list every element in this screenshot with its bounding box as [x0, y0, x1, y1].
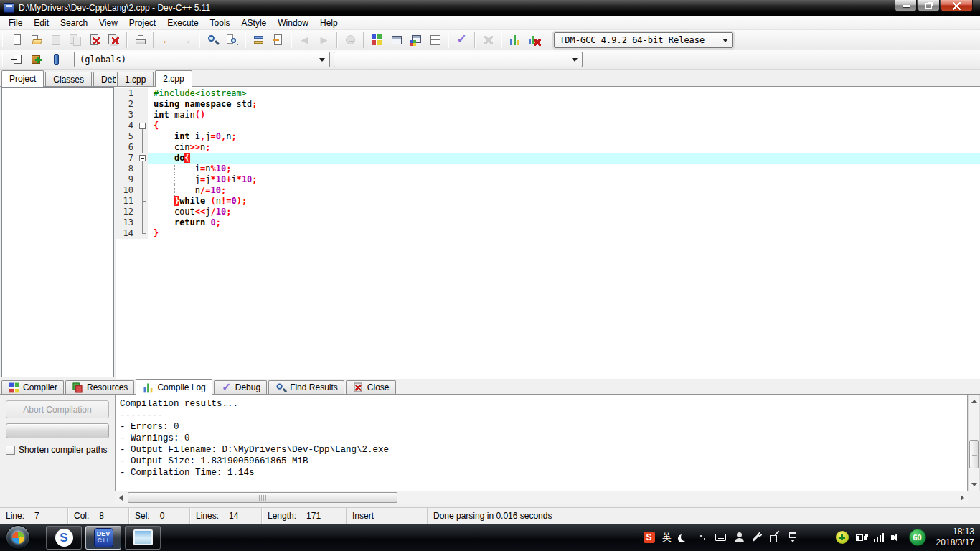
volume-icon[interactable] [891, 532, 903, 543]
fold-margin[interactable] [137, 131, 148, 142]
menu-item-window[interactable]: Window [272, 17, 314, 29]
menu-item-search[interactable]: Search [55, 17, 93, 29]
code-line[interactable]: 2using namespace std; [116, 99, 980, 110]
close-button[interactable] [941, 0, 973, 12]
code-line[interactable]: 10 n/=10; [116, 185, 980, 196]
replace-button[interactable] [249, 32, 268, 49]
report-tab-find-results[interactable]: Find Results [268, 380, 344, 394]
undo-button[interactable] [157, 32, 176, 49]
report-tab-compile-log[interactable]: Compile Log [136, 379, 212, 395]
tab-classes[interactable]: Classes [45, 72, 92, 86]
taskbar-app-photo-viewer[interactable] [125, 526, 161, 550]
editor-tab-1-cpp[interactable]: 1.cpp [117, 72, 154, 86]
360-shield-icon[interactable] [836, 531, 849, 544]
restore-button[interactable] [918, 0, 940, 12]
fold-margin[interactable] [137, 174, 148, 185]
share-icon[interactable] [769, 532, 781, 543]
code-line[interactable]: 6 cin>>n; [116, 142, 980, 153]
taskbar-app-sogou-browser[interactable]: S [46, 526, 82, 550]
find-in-files-button[interactable] [222, 32, 242, 49]
keyboard-icon[interactable] [715, 532, 727, 543]
fold-margin[interactable] [137, 217, 148, 228]
delete-profiling-button[interactable] [524, 32, 544, 49]
abort-button[interactable] [341, 32, 360, 49]
print-button[interactable] [131, 32, 150, 49]
project-tree[interactable] [1, 87, 114, 377]
menu-item-tools[interactable]: Tools [204, 17, 236, 29]
report-tab-close[interactable]: Close [346, 380, 396, 394]
fold-box[interactable] [139, 123, 146, 129]
code-line[interactable]: 7 do{ [116, 153, 980, 164]
members-dropdown[interactable] [334, 52, 583, 67]
fold-box[interactable] [139, 155, 146, 161]
code-line[interactable]: 4{ [116, 121, 980, 131]
save-all-button[interactable] [65, 32, 85, 49]
fold-margin[interactable] [137, 228, 148, 239]
compile-button[interactable] [367, 32, 387, 49]
fold-margin[interactable] [137, 153, 148, 164]
wrench-icon[interactable] [751, 532, 763, 543]
title-bar[interactable]: D:\MyDrivers\Dev-Cpp\Lang\2.cpp - Dev-C+… [0, 0, 980, 16]
compile-log-text[interactable]: Compilation results...--------- Errors: … [115, 395, 968, 491]
profile-button[interactable] [505, 32, 524, 49]
moon-icon[interactable] [679, 532, 691, 543]
report-tab-compiler[interactable]: Compiler [1, 380, 64, 394]
report-tab-debug[interactable]: Debug [214, 380, 267, 394]
show-hidden-icon[interactable] [787, 532, 798, 543]
fold-margin[interactable] [137, 142, 148, 153]
forward-button[interactable] [314, 32, 334, 49]
minimize-button[interactable] [895, 0, 917, 12]
start-button[interactable] [6, 525, 30, 550]
menu-item-execute[interactable]: Execute [161, 17, 204, 29]
menu-item-help[interactable]: Help [314, 17, 344, 29]
code-line[interactable]: 11 }while (n!=0); [116, 196, 980, 207]
vertical-scroll-thumb[interactable] [969, 440, 979, 468]
editor-tab-2-cpp[interactable]: 2.cpp [155, 70, 192, 87]
fold-margin[interactable] [137, 185, 148, 196]
scroll-up-button[interactable] [969, 396, 979, 407]
horizontal-scroll-thumb[interactable] [128, 492, 397, 503]
taskbar-app-dev-cpp[interactable]: DEVC++ [85, 526, 121, 550]
horizontal-scrollbar[interactable] [115, 491, 968, 504]
network-signal-icon[interactable] [873, 532, 885, 543]
run-button[interactable] [387, 32, 406, 49]
scroll-left-button[interactable] [116, 492, 126, 503]
rebuild-button[interactable] [425, 32, 445, 49]
speedball-icon[interactable]: 60 [909, 529, 926, 546]
compile-run-button[interactable] [406, 32, 425, 49]
find-button[interactable] [203, 32, 222, 49]
code-line[interactable]: 5 int i,j=0,n; [116, 131, 980, 142]
abort-compilation-button[interactable]: Abort Compilation [6, 400, 109, 418]
compiler-dropdown[interactable]: TDM-GCC 4.9.2 64-bit Release [554, 32, 733, 48]
code-line[interactable]: 3int main() [116, 110, 980, 121]
fold-margin[interactable] [137, 121, 148, 131]
dots-icon[interactable] [697, 532, 709, 543]
user-icon[interactable] [733, 532, 745, 543]
code-line[interactable]: 12 cout<<j/10; [116, 207, 980, 217]
globals-dropdown[interactable]: (globals) [74, 52, 330, 67]
back-button[interactable] [295, 32, 314, 49]
redo-button[interactable] [176, 32, 196, 49]
code-line[interactable]: 14} [116, 228, 980, 239]
menu-item-file[interactable]: File [3, 17, 28, 29]
power-icon[interactable] [855, 532, 867, 543]
tab-project[interactable]: Project [1, 70, 44, 87]
menu-item-view[interactable]: View [93, 17, 123, 29]
shorten-paths-checkbox[interactable] [6, 446, 15, 455]
code-line[interactable]: 1#include<iostream> [116, 88, 980, 99]
menu-item-astyle[interactable]: AStyle [236, 17, 273, 29]
sogou-ime-icon[interactable]: S [644, 532, 655, 543]
goto-line-button[interactable] [268, 32, 288, 49]
insert-button[interactable] [7, 51, 27, 68]
scroll-right-button[interactable] [957, 492, 968, 503]
open-file-button[interactable] [27, 32, 46, 49]
new-file-button[interactable] [7, 32, 27, 49]
toggle-bookmark-button[interactable] [27, 51, 46, 68]
close-file-button[interactable] [85, 32, 104, 49]
report-tab-resources[interactable]: Resources [65, 380, 134, 394]
clock[interactable]: 18:13 2018/3/17 [936, 527, 974, 548]
code-line[interactable]: 9 j=j*10+i*10; [116, 174, 980, 185]
fold-margin[interactable] [137, 164, 148, 174]
code-area[interactable]: 1#include<iostream>2using namespace std;… [116, 87, 980, 379]
clean-button[interactable] [479, 32, 498, 49]
